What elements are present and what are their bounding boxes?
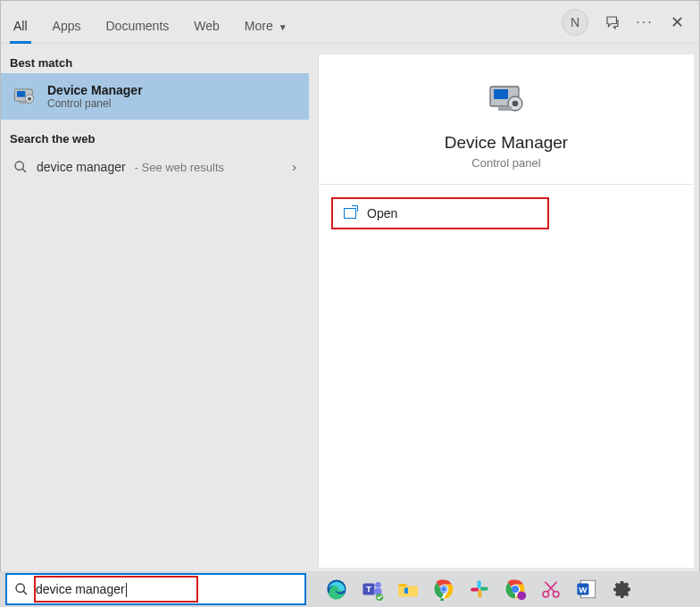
- svg-point-31: [512, 586, 519, 593]
- best-match-label: Best match: [1, 44, 309, 73]
- user-avatar[interactable]: N: [562, 9, 588, 36]
- web-result-query: device manager: [37, 160, 126, 174]
- svg-point-12: [16, 584, 24, 592]
- svg-rect-29: [471, 587, 479, 591]
- edge-icon[interactable]: [322, 575, 351, 603]
- device-manager-icon: [485, 78, 528, 121]
- svg-rect-21: [404, 587, 408, 594]
- tab-web[interactable]: Web: [181, 6, 232, 44]
- search-icon: [14, 582, 29, 596]
- tab-apps[interactable]: Apps: [40, 6, 94, 44]
- feedback-icon[interactable]: [604, 14, 621, 30]
- open-icon: [344, 208, 356, 219]
- taskbar-apps: T W: [322, 575, 637, 603]
- svg-line-6: [22, 169, 26, 172]
- svg-text:T: T: [366, 584, 371, 594]
- tab-documents[interactable]: Documents: [93, 6, 181, 44]
- best-match-item[interactable]: Device Manager Control panel: [1, 73, 309, 120]
- preview-subtitle: Control panel: [471, 156, 540, 170]
- open-action[interactable]: Open: [331, 197, 549, 229]
- svg-rect-4: [20, 101, 28, 104]
- taskbar-search[interactable]: device manager: [5, 573, 306, 605]
- teams-icon[interactable]: T: [358, 575, 387, 603]
- chevron-right-icon: ›: [292, 160, 296, 174]
- options-icon[interactable]: ···: [637, 14, 653, 30]
- top-bar: All Apps Documents Web More▼ N ··· ✕: [1, 1, 699, 44]
- svg-text:W: W: [579, 585, 588, 595]
- svg-rect-1: [17, 91, 25, 97]
- svg-rect-26: [478, 580, 481, 588]
- web-result-suffix: - See web results: [135, 161, 224, 174]
- preview-pane: Device Manager Control panel Open: [318, 54, 694, 568]
- svg-point-32: [517, 591, 526, 600]
- search-web-label: Search the web: [1, 120, 309, 149]
- preview-header: Device Manager Control panel: [319, 54, 694, 185]
- best-match-subtitle: Control panel: [47, 97, 143, 110]
- search-input-text: device manager: [36, 582, 125, 596]
- snip-icon[interactable]: [537, 575, 565, 603]
- svg-rect-27: [480, 587, 488, 591]
- top-right-controls: N ··· ✕: [562, 9, 694, 36]
- search-icon: [13, 160, 28, 174]
- svg-point-3: [28, 97, 31, 101]
- word-icon[interactable]: W: [572, 575, 601, 603]
- svg-line-13: [23, 591, 27, 595]
- svg-rect-28: [478, 590, 481, 598]
- svg-line-35: [547, 582, 557, 592]
- slack-icon[interactable]: [465, 575, 494, 603]
- svg-point-25: [441, 586, 446, 591]
- svg-rect-11: [498, 106, 512, 111]
- best-match-text: Device Manager Control panel: [47, 83, 143, 110]
- chrome-icon[interactable]: [429, 575, 458, 603]
- chrome-alt-icon[interactable]: [501, 575, 529, 603]
- tab-more[interactable]: More▼: [232, 6, 300, 44]
- search-panel: All Apps Documents Web More▼ N ··· ✕ Bes…: [0, 0, 700, 572]
- open-label: Open: [367, 206, 397, 220]
- filter-tabs: All Apps Documents Web More▼: [1, 1, 300, 44]
- svg-rect-8: [494, 89, 508, 99]
- chevron-down-icon: ▼: [279, 22, 288, 32]
- svg-line-36: [546, 582, 555, 592]
- file-explorer-icon[interactable]: [394, 575, 422, 603]
- svg-point-10: [512, 101, 519, 107]
- svg-point-17: [375, 582, 381, 588]
- taskbar: device manager T W: [0, 571, 700, 607]
- panel-body: Best match Device Manager Control panel …: [1, 44, 699, 573]
- best-match-title: Device Manager: [47, 83, 143, 97]
- web-result-row[interactable]: device manager - See web results ›: [1, 149, 309, 185]
- svg-point-5: [15, 162, 23, 170]
- tab-all[interactable]: All: [1, 6, 40, 44]
- settings-icon[interactable]: [608, 575, 637, 603]
- device-manager-icon: [10, 82, 38, 111]
- results-column: Best match Device Manager Control panel …: [1, 44, 309, 573]
- preview-title: Device Manager: [445, 133, 568, 153]
- close-icon[interactable]: ✕: [669, 14, 685, 30]
